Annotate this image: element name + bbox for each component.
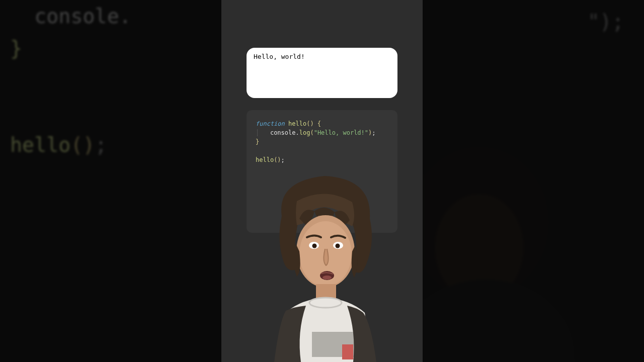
bg-right-fragment: "); [588,10,624,33]
paren-close: ) [310,120,313,127]
bg-console-text: console. [10,5,131,28]
background-person-silhouette [423,141,624,362]
string-literal: "Hello, world!" [314,129,368,136]
console-output-text: Hello, world! [254,53,305,60]
keyword-function: function [256,120,285,127]
background-blur-left: console. } hello(); [0,0,221,362]
svg-point-10 [323,276,332,280]
call-paren-open: ( [310,129,313,136]
background-code-left: console. } hello(); [0,0,221,161]
fn-name-hello: hello [288,120,306,127]
bg-paren-open: ( [70,133,83,156]
console-object: console [270,129,296,136]
call2-paren-close: ) [277,156,281,163]
call-semicolon: ; [281,156,285,163]
stmt-semicolon: ; [372,129,375,136]
log-method: log [299,129,310,136]
bg-hello-fn: hello [10,133,70,156]
background-blur-right: "); [423,0,644,362]
svg-point-8 [336,244,340,248]
svg-point-2 [423,279,574,362]
bg-semicolon: ; [95,133,107,156]
call-fn-hello: hello [256,156,274,163]
console-output-box: Hello, world! [247,48,397,98]
bg-paren-close: ) [83,133,95,156]
svg-rect-14 [342,344,353,359]
bg-close-brace: } [10,37,22,60]
brace-open: { [317,120,321,127]
dot-operator: . [296,129,299,136]
brace-close: } [256,138,259,145]
reaction-meme-person [247,171,403,362]
svg-point-7 [312,244,317,248]
